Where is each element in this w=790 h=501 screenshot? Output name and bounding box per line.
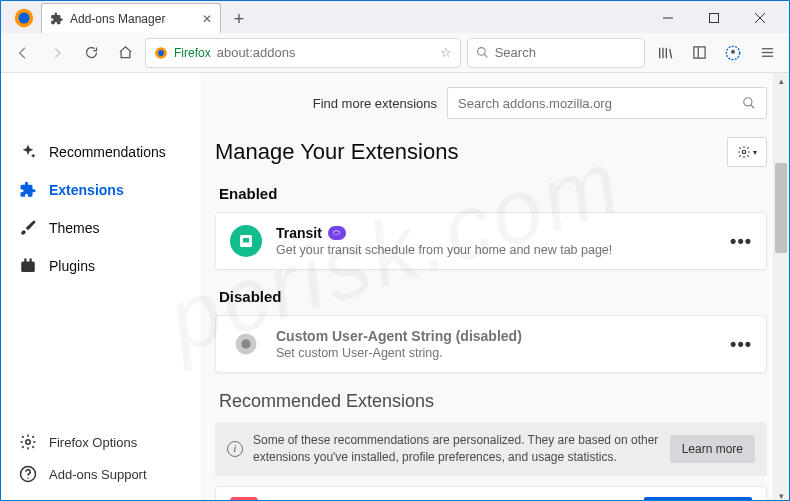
svg-point-20 xyxy=(26,440,31,445)
close-window-button[interactable] xyxy=(737,3,783,33)
content-area: Recommendations Extensions Themes Plugin… xyxy=(1,73,789,501)
maximize-button[interactable] xyxy=(691,3,737,33)
sidebar-item-label: Add-ons Support xyxy=(49,467,147,482)
svg-line-24 xyxy=(751,105,755,109)
extension-icon: |||| xyxy=(230,497,258,501)
tools-menu-button[interactable]: ▾ xyxy=(727,137,767,167)
add-to-firefox-button[interactable]: + Add to Firefox xyxy=(644,497,752,501)
search-bar[interactable]: Search xyxy=(467,38,645,68)
gear-icon xyxy=(19,433,37,451)
sidebar-item-extensions[interactable]: Extensions xyxy=(1,171,201,209)
identity-label: Firefox xyxy=(174,46,211,60)
extension-description: Get your transit schedule from your home… xyxy=(276,243,716,257)
app-menu-button[interactable] xyxy=(753,39,781,67)
tab-addons-manager[interactable]: Add-ons Manager ✕ xyxy=(41,3,221,33)
section-heading-recommended: Recommended Extensions xyxy=(219,391,763,412)
svg-rect-17 xyxy=(21,262,35,273)
sidebar-item-addons-support[interactable]: Add-ons Support xyxy=(1,458,201,490)
sidebar-item-label: Firefox Options xyxy=(49,435,137,450)
scroll-up-icon[interactable]: ▴ xyxy=(773,73,789,89)
extension-icon xyxy=(230,225,262,257)
reload-button[interactable] xyxy=(77,39,105,67)
svg-point-1 xyxy=(19,13,30,24)
bookmark-star-icon[interactable]: ☆ xyxy=(440,45,452,60)
sidebar-toggle-button[interactable] xyxy=(685,39,713,67)
scroll-down-icon[interactable]: ▾ xyxy=(773,488,789,501)
section-heading-enabled: Enabled xyxy=(219,185,763,202)
sidebar-item-label: Plugins xyxy=(49,258,95,274)
sidebar-item-label: Extensions xyxy=(49,182,124,198)
close-tab-icon[interactable]: ✕ xyxy=(202,12,212,26)
scroll-thumb[interactable] xyxy=(775,163,787,253)
home-button[interactable] xyxy=(111,39,139,67)
svg-line-9 xyxy=(484,54,487,57)
profile-button[interactable] xyxy=(719,39,747,67)
section-heading-disabled: Disabled xyxy=(219,288,763,305)
learn-more-button[interactable]: Learn more xyxy=(670,435,755,463)
svg-point-13 xyxy=(731,49,735,53)
url-bar[interactable]: Firefox about:addons ☆ xyxy=(145,38,461,68)
minimize-button[interactable] xyxy=(645,3,691,33)
sidebar-item-plugins[interactable]: Plugins xyxy=(1,247,201,285)
search-icon xyxy=(476,46,489,59)
svg-point-23 xyxy=(744,98,752,106)
extension-description: Set custom User-Agent string. xyxy=(276,346,716,360)
sidebar-item-recommendations[interactable]: Recommendations xyxy=(1,133,201,171)
new-tab-button[interactable]: + xyxy=(225,5,253,33)
tab-strip: Add-ons Manager ✕ + xyxy=(1,1,789,33)
extension-card-custom-ua[interactable]: Custom User-Agent String (disabled) Set … xyxy=(215,315,767,373)
addons-sidebar: Recommendations Extensions Themes Plugin… xyxy=(1,73,201,501)
svg-rect-18 xyxy=(24,259,26,263)
extension-more-button[interactable]: ••• xyxy=(730,334,752,355)
window-controls xyxy=(645,3,783,33)
help-icon xyxy=(19,465,37,483)
nav-toolbar: Firefox about:addons ☆ Search xyxy=(1,33,789,73)
recommended-badge-icon: ⬭ xyxy=(328,226,346,240)
extension-card-transit[interactable]: Transit ⬭ Get your transit schedule from… xyxy=(215,212,767,270)
svg-rect-10 xyxy=(693,47,704,58)
firefox-logo-icon xyxy=(13,7,35,29)
sidebar-item-label: Themes xyxy=(49,220,100,236)
recommended-card-facebook-container[interactable]: |||| Facebook Container + Add to Firefox xyxy=(215,486,767,501)
sidebar-footer: Firefox Options Add-ons Support xyxy=(1,426,201,501)
extension-icon xyxy=(230,328,262,360)
svg-point-25 xyxy=(742,150,746,154)
main-panel: Find more extensions Search addons.mozil… xyxy=(201,73,789,501)
scrollbar[interactable]: ▴ ▾ xyxy=(773,73,789,501)
forward-button[interactable] xyxy=(43,39,71,67)
find-more-row: Find more extensions Search addons.mozil… xyxy=(215,87,767,119)
library-button[interactable] xyxy=(651,39,679,67)
sidebar-item-firefox-options[interactable]: Firefox Options xyxy=(1,426,201,458)
svg-point-22 xyxy=(27,477,29,479)
url-text: about:addons xyxy=(217,45,434,60)
tab-label: Add-ons Manager xyxy=(70,12,165,26)
recommendation-notice: i Some of these recommendations are pers… xyxy=(215,422,767,476)
extension-name: Transit xyxy=(276,225,322,241)
firefox-identity-icon xyxy=(154,46,168,60)
puzzle-icon xyxy=(50,12,64,26)
extension-meta: Transit ⬭ Get your transit schedule from… xyxy=(276,225,716,257)
find-more-label: Find more extensions xyxy=(313,96,437,111)
extension-name: Custom User-Agent String (disabled) xyxy=(276,328,716,344)
sidebar-item-label: Recommendations xyxy=(49,144,166,160)
svg-rect-19 xyxy=(30,259,32,263)
extension-meta: Custom User-Agent String (disabled) Set … xyxy=(276,328,716,360)
page-title: Manage Your Extensions xyxy=(215,139,458,165)
search-placeholder: Search xyxy=(495,45,536,60)
puzzle-icon xyxy=(19,181,37,199)
sidebar-item-themes[interactable]: Themes xyxy=(1,209,201,247)
svg-rect-27 xyxy=(243,238,249,243)
search-addons-input[interactable]: Search addons.mozilla.org xyxy=(447,87,767,119)
back-button[interactable] xyxy=(9,39,37,67)
svg-rect-3 xyxy=(710,14,719,23)
svg-point-29 xyxy=(241,339,250,348)
search-icon xyxy=(742,96,756,110)
heading-row: Manage Your Extensions ▾ xyxy=(215,137,767,167)
sparkle-icon xyxy=(19,143,37,161)
chevron-down-icon: ▾ xyxy=(753,148,757,157)
extension-more-button[interactable]: ••• xyxy=(730,231,752,252)
brush-icon xyxy=(19,219,37,237)
plugin-icon xyxy=(19,257,37,275)
notice-text: Some of these recommendations are person… xyxy=(253,432,660,466)
gear-icon xyxy=(737,145,751,159)
